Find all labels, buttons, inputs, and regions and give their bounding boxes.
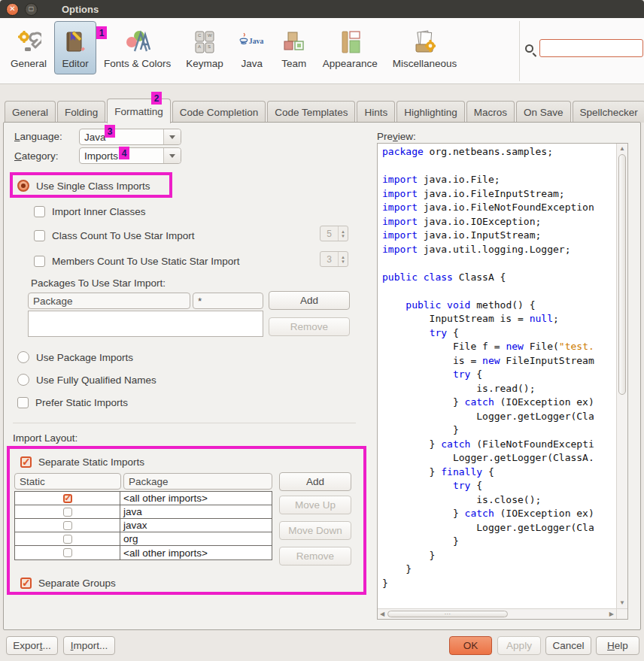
checkbox-members-count-star[interactable]: Members Count To Use Static Star Import [34,253,240,268]
import-layout-label: Import Layout: [13,432,77,444]
vertical-scroll-thumb[interactable] [618,154,626,395]
class-count-spinner[interactable]: 5 ▲▼ [320,226,348,241]
toolbar-item-appearance[interactable]: Appearance [315,21,385,74]
toolbar-item-label: Miscellaneous [393,58,457,69]
scroll-right-icon[interactable]: ▶ [609,611,614,617]
layout-remove-button[interactable]: Remove [279,547,351,565]
radio-label: Use Fully Qualified Names [36,374,156,386]
packages-remove-button[interactable]: Remove [269,317,350,336]
tab-code-templates[interactable]: Code Templates [267,101,355,123]
restore-icon[interactable]: ▢ [25,3,38,16]
checkbox-prefer-static-imports[interactable]: Prefer Static Imports [17,395,128,410]
cancel-button[interactable]: Cancel [545,636,591,655]
toolbar-item-general[interactable]: General [3,21,54,74]
annotation-badge-4: 4 [119,147,129,159]
table-row[interactable]: org [15,532,272,546]
preview-label: Preview: [377,131,416,142]
static-checkbox[interactable] [63,521,72,530]
tab-highlighting[interactable]: Highlighting [396,101,465,123]
scrollbar-corner [616,608,627,619]
vertical-scrollbar[interactable]: ▲ ▼ [616,144,627,608]
toolbar-item-java[interactable]: Java Java [231,21,273,74]
horizontal-scrollbar[interactable]: ◀ ⋯ ▶ [378,608,616,619]
language-label: Language: [14,131,62,142]
checkbox-separate-static-imports[interactable]: Separate Static Imports [20,454,144,469]
import-layout-table: <all other imports> java javax org <all … [14,491,272,560]
close-icon[interactable]: ✕ [6,3,19,16]
scroll-up-icon[interactable]: ▲ [619,146,625,152]
checkbox-label: Members Count To Use Static Star Import [52,256,240,267]
options-dialog: ✕ ▢ Options General Editor Font [0,0,644,661]
annotation-badge-3: 3 [105,125,115,138]
toolbar-item-label: Keymap [186,58,223,69]
static-checkbox[interactable] [63,494,72,503]
svg-text:S: S [208,44,211,49]
export-button[interactable]: Export... [6,636,58,655]
scroll-left-icon[interactable]: ◀ [380,611,384,617]
tab-spellchecker[interactable]: Spellchecker [573,101,644,123]
checkbox-label: Class Count To Use Star Import [52,230,195,241]
move-down-button[interactable]: Move Down [279,521,351,540]
star-package-column-header[interactable]: Package [28,293,190,309]
tab-general[interactable]: General [5,101,56,123]
import-button[interactable]: Import... [63,636,115,655]
checkbox-class-count-star[interactable]: Class Count To Use Star Import [34,228,195,243]
preview-code: package org.netbeans.samples; import jav… [378,144,616,608]
toolbar-item-team[interactable]: Team [273,21,315,74]
static-checkbox[interactable] [63,548,72,557]
table-row[interactable]: <all other imports> [15,546,272,559]
spinner-arrows-icon[interactable]: ▲▼ [338,226,348,241]
static-checkbox[interactable] [63,535,72,544]
fonts-colors-icon [124,28,151,56]
checkbox-import-inner-classes[interactable]: Import Inner Classes [34,204,146,219]
checkbox-separate-groups[interactable]: Separate Groups [20,575,116,590]
layout-static-column-header[interactable]: Static [14,473,121,490]
tab-folding[interactable]: Folding [57,101,105,123]
window-title: Options [62,4,99,15]
help-button[interactable]: Help [596,636,639,655]
layout-add-button[interactable]: Add [279,472,351,491]
radio-use-fully-qualified-names[interactable]: Use Fully Qualified Names [17,372,156,387]
star-pattern-column-header[interactable]: * [193,293,263,309]
members-count-spinner[interactable]: 3 ▲▼ [320,251,348,267]
language-select[interactable]: Java [79,129,181,145]
package-cell: java [120,505,272,518]
toolbar-item-editor[interactable]: Editor [54,21,96,74]
star-import-list[interactable] [28,311,263,337]
ok-button[interactable]: OK [449,636,492,655]
checkbox-icon [34,256,45,267]
package-cell: <all other imports> [120,546,272,559]
spinner-arrows-icon[interactable]: ▲▼ [338,252,348,266]
tab-on-save[interactable]: On Save [516,101,571,123]
toolbar-item-miscellaneous[interactable]: Miscellaneous [385,21,465,74]
preview-pane: package org.netbeans.samples; import jav… [377,143,628,620]
static-checkbox[interactable] [63,508,72,517]
package-cell: <all other imports> [120,492,272,505]
search-icon [525,44,533,53]
table-row[interactable]: javax [15,519,272,532]
search-input[interactable] [539,39,643,57]
annotation-badge-2: 2 [151,92,162,105]
keymap-icon: CWAS [191,28,218,56]
table-row[interactable]: <all other imports> [15,492,272,505]
horizontal-scroll-thumb[interactable]: ⋯ [387,611,508,617]
title-bar: ✕ ▢ Options [0,0,644,18]
scroll-down-icon[interactable]: ▼ [619,600,625,606]
tab-code-completion[interactable]: Code Completion [172,101,266,123]
checkbox-label: Separate Groups [38,578,116,589]
toolbar-item-keymap[interactable]: CWAS Keymap [178,21,231,74]
apply-button[interactable]: Apply [497,636,541,655]
table-row[interactable]: java [15,505,272,519]
layout-package-column-header[interactable]: Package [123,473,272,490]
checkbox-icon [20,578,32,589]
chevron-down-icon [163,129,181,144]
tab-macros[interactable]: Macros [466,101,515,123]
radio-use-single-class-imports[interactable]: Use Single Class Imports [17,178,150,193]
tab-hints[interactable]: Hints [357,101,395,123]
move-up-button[interactable]: Move Up [279,496,351,514]
packages-add-button[interactable]: Add [269,291,350,310]
radio-use-package-imports[interactable]: Use Package Imports [17,350,133,365]
category-select[interactable]: Imports [79,147,181,164]
annotation-badge-1: 1 [96,26,107,39]
toolbar-item-fonts-colors[interactable]: Fonts & Colors [96,21,178,74]
